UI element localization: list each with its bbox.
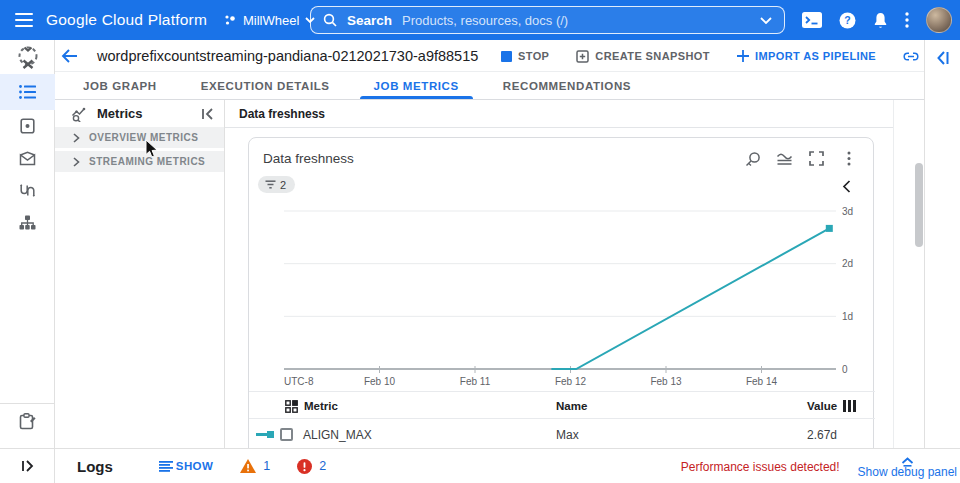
series-swatch [256, 433, 272, 436]
filter-chip[interactable]: 2 [258, 176, 295, 193]
data-freshness-card: Data freshness 2 [248, 137, 874, 448]
column-label: Value [807, 400, 837, 412]
search-input[interactable]: Search Products, resources, docs (/) [310, 6, 785, 34]
left-icon-rail [0, 40, 55, 483]
jobs-list-icon [19, 85, 36, 99]
error-count: 2 [319, 459, 326, 473]
metrics-panel-header: Metrics [55, 100, 224, 127]
zoom-chart-icon[interactable] [742, 148, 763, 169]
logs-bar: Logs SHOW 1 2 Performance issues detecte… [0, 448, 960, 483]
notifications-icon[interactable] [873, 12, 888, 29]
svg-text:UTC-8: UTC-8 [284, 376, 314, 387]
svg-text:?: ? [844, 14, 850, 26]
tab-recommendations[interactable]: RECOMMENDATIONS [481, 72, 653, 99]
link-icon [903, 52, 919, 61]
rail-item-sql-workspace[interactable] [0, 206, 55, 238]
rail-items [0, 74, 55, 238]
warning-icon [240, 459, 256, 473]
show-logs-button[interactable]: SHOW [159, 460, 213, 472]
smooth-lines-icon[interactable] [774, 148, 795, 169]
column-header-name: Name [556, 392, 587, 420]
cell-value: 2.67d [807, 419, 837, 448]
rail-item-pipelines[interactable] [0, 174, 55, 206]
workbench-icon [19, 151, 36, 166]
avatar[interactable] [926, 7, 952, 33]
job-title: wordprefixcountstreaming-pandiana-021202… [97, 48, 478, 64]
job-action-bar: wordprefixcountstreaming-pandiana-021202… [55, 40, 924, 72]
metrics-sections: OVERVIEW METRICSSTREAMING METRICS [55, 127, 224, 172]
open-side-panel-icon[interactable] [932, 48, 954, 68]
fullscreen-icon[interactable] [806, 148, 827, 169]
app-window: Google Cloud Platform MillWheel Search P… [0, 0, 960, 483]
filter-count: 2 [280, 179, 286, 191]
project-icon [223, 13, 237, 27]
tab-job-metrics[interactable]: JOB METRICS [352, 72, 481, 99]
chart-title: Data freshness [263, 151, 354, 166]
back-arrow-icon[interactable] [61, 49, 91, 63]
metric-table-body: ALIGN_MAXMax2.67d [249, 419, 875, 448]
errors-badge[interactable]: 2 [297, 459, 326, 474]
breadcrumb: Data freshness [225, 100, 893, 128]
svg-text:Feb 14: Feb 14 [746, 376, 778, 387]
project-switcher[interactable]: MillWheel [223, 13, 315, 28]
row-checkbox[interactable] [280, 428, 293, 441]
svg-text:0: 0 [842, 364, 848, 375]
warning-count: 1 [263, 459, 270, 473]
tab-job-graph[interactable]: JOB GRAPH [61, 72, 179, 99]
svg-text:1d: 1d [842, 311, 853, 322]
stop-button[interactable]: STOP [501, 50, 549, 62]
tab-label: RECOMMENDATIONS [503, 80, 631, 92]
metrics-section-overview-metrics[interactable]: OVERVIEW METRICS [55, 127, 224, 148]
snapshot-icon [576, 50, 589, 63]
collapsed-side-panel [924, 40, 960, 448]
collapse-panel-icon[interactable] [201, 108, 214, 120]
show-logs-icon [159, 461, 173, 472]
rail-item-snapshots[interactable] [0, 110, 55, 142]
svg-text:2d: 2d [842, 258, 853, 269]
metric-table-header: MetricNameValue [249, 391, 875, 419]
more-vert-icon[interactable] [905, 12, 909, 28]
snapshots-icon [20, 118, 35, 134]
tab-execution-details[interactable]: EXECUTION DETAILS [179, 72, 352, 99]
chart-toolbar [742, 148, 859, 169]
rail-item-jobs[interactable] [0, 74, 55, 110]
help-icon[interactable]: ? [839, 12, 856, 29]
menu-icon[interactable] [4, 0, 44, 40]
more-vert-icon[interactable] [838, 148, 859, 169]
search-placeholder: Products, resources, docs (/) [402, 13, 568, 28]
cloud-shell-icon[interactable] [802, 12, 822, 28]
apps-grid-icon [285, 400, 298, 413]
column-header-value: Value [807, 392, 856, 420]
project-name: MillWheel [243, 13, 299, 28]
show-debug-panel-label: Show debug panel [858, 467, 957, 477]
rail-divider [0, 403, 55, 404]
notes-icon[interactable] [0, 406, 55, 436]
main-content: Data freshness Data freshness 2 [225, 100, 893, 448]
metric-table: MetricNameValue ALIGN_MAXMax2.67d [249, 391, 875, 448]
table-row[interactable]: ALIGN_MAXMax2.67d [249, 419, 875, 448]
warnings-badge[interactable]: 1 [240, 459, 270, 473]
product-logo[interactable]: Google Cloud Platform [46, 11, 207, 29]
svg-text:Feb 12: Feb 12 [555, 376, 587, 387]
filter-icon [265, 180, 276, 189]
rail-item-workbench[interactable] [0, 142, 55, 174]
column-label: Name [556, 400, 587, 412]
data-freshness-chart[interactable]: Feb 10Feb 11Feb 12Feb 13Feb 14UTC-801d2d… [249, 196, 875, 391]
error-icon [297, 459, 312, 474]
columns-icon[interactable] [843, 400, 856, 412]
import-as-pipeline-button[interactable]: IMPORT AS PIPELINE [737, 50, 876, 62]
search-label: Search [347, 13, 392, 28]
metrics-section-label: OVERVIEW METRICS [89, 132, 199, 143]
top-nav-bar: Google Cloud Platform MillWheel Search P… [0, 0, 960, 40]
chevron-left-icon[interactable] [842, 180, 851, 193]
svg-text:3d: 3d [842, 206, 853, 217]
metrics-section-streaming-metrics[interactable]: STREAMING METRICS [55, 151, 224, 172]
search-expand-chevron-icon[interactable] [760, 17, 772, 24]
create-snapshot-button[interactable]: CREATE SNAPSHOT [576, 50, 710, 63]
expand-panel-icon[interactable] [0, 449, 55, 483]
show-debug-panel-button[interactable]: Show debug panel [858, 457, 957, 477]
scrollbar-track[interactable] [893, 100, 924, 448]
svg-text:Feb 11: Feb 11 [460, 376, 491, 387]
scrollbar-thumb[interactable] [915, 163, 923, 247]
job-action-buttons: STOPCREATE SNAPSHOTIMPORT AS PIPELINESHA… [501, 40, 960, 72]
